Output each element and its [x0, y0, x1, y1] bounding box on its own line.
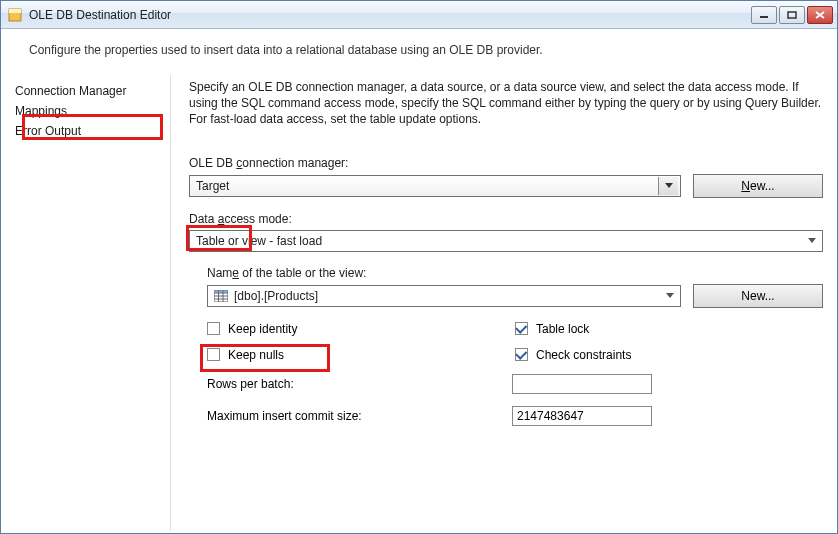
- dialog-description: Configure the properties used to insert …: [1, 29, 837, 75]
- minimize-button[interactable]: [751, 6, 777, 24]
- panel-instructions: Specify an OLE DB connection manager, a …: [189, 79, 823, 128]
- max-commit-input[interactable]: [512, 406, 652, 426]
- table-icon: [214, 290, 228, 302]
- svg-marker-7: [808, 238, 816, 243]
- chevron-down-icon: [661, 287, 678, 305]
- svg-rect-14: [214, 290, 228, 293]
- table-lock-label: Table lock: [536, 322, 589, 336]
- access-mode-value: Table or view - fast load: [196, 234, 803, 248]
- close-button[interactable]: [807, 6, 833, 24]
- svg-rect-3: [788, 12, 796, 18]
- keep-nulls-checkbox[interactable]: [207, 348, 220, 361]
- window-buttons: [751, 6, 833, 24]
- conn-mgr-dropdown[interactable]: Target: [189, 175, 681, 197]
- max-commit-label: Maximum insert commit size:: [207, 409, 512, 423]
- conn-mgr-value: Target: [196, 179, 658, 193]
- rows-per-batch-label: Rows per batch:: [207, 377, 512, 391]
- table-lock-checkbox[interactable]: [515, 322, 528, 335]
- conn-mgr-label: OLE DB connection manager:: [189, 156, 823, 170]
- sidebar: Connection Manager Mappings Error Output: [1, 75, 171, 531]
- maximize-button[interactable]: [779, 6, 805, 24]
- svg-marker-6: [665, 183, 673, 188]
- chevron-down-icon: [803, 232, 820, 250]
- svg-rect-1: [9, 9, 21, 13]
- table-name-label: Name of the table or the view:: [207, 266, 823, 280]
- sidebar-item-connection-manager[interactable]: Connection Manager: [1, 81, 170, 101]
- new-table-button[interactable]: New...: [693, 284, 823, 308]
- rows-per-batch-input[interactable]: [512, 374, 652, 394]
- content-panel: Specify an OLE DB connection manager, a …: [171, 75, 837, 531]
- keep-identity-checkbox[interactable]: [207, 322, 220, 335]
- table-name-value: [dbo].[Products]: [234, 289, 318, 303]
- chevron-down-icon: [658, 177, 678, 195]
- titlebar: OLE DB Destination Editor: [1, 1, 837, 29]
- access-mode-dropdown[interactable]: Table or view - fast load: [189, 230, 823, 252]
- keep-identity-label: Keep identity: [228, 322, 297, 336]
- access-mode-label: Data access mode:: [189, 212, 823, 226]
- table-name-dropdown[interactable]: [dbo].[Products]: [207, 285, 681, 307]
- window-title: OLE DB Destination Editor: [29, 8, 751, 22]
- new-conn-button[interactable]: New...: [693, 174, 823, 198]
- svg-marker-15: [666, 293, 674, 298]
- check-constraints-label: Check constraints: [536, 348, 631, 362]
- check-constraints-checkbox[interactable]: [515, 348, 528, 361]
- sidebar-item-mappings[interactable]: Mappings: [1, 101, 170, 121]
- sidebar-item-error-output[interactable]: Error Output: [1, 121, 170, 141]
- keep-nulls-label: Keep nulls: [228, 348, 284, 362]
- app-icon: [7, 7, 23, 23]
